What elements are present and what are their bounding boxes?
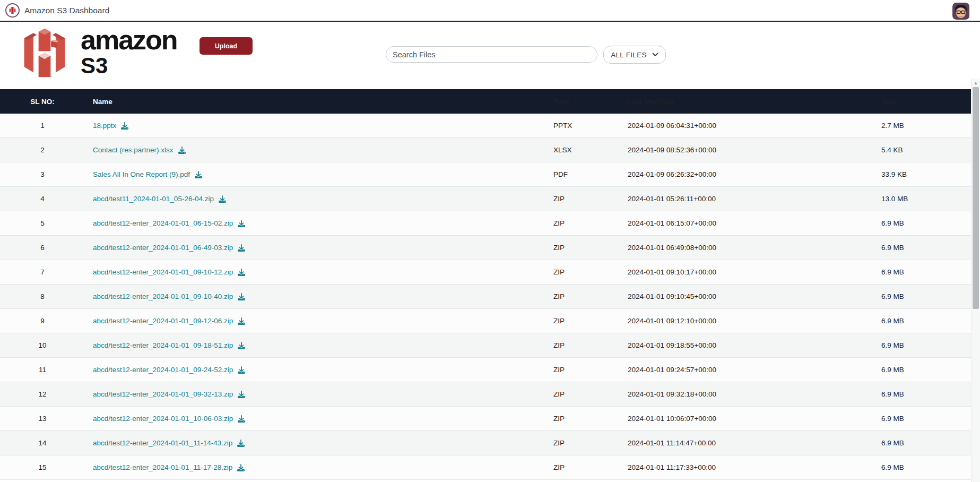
- column-header-last-modified: Last Modified: [628, 98, 881, 106]
- row-number: 7: [0, 268, 85, 276]
- last-modified: 2024-01-09 06:04:31+00:00: [628, 122, 881, 130]
- table-row: 13 abcd/test12-enter_2024-01-01_10-06-03…: [0, 407, 971, 431]
- file-name-cell: abcd/test12-enter_2024-01-01_09-32-13.zi…: [85, 390, 553, 398]
- file-size: 13.0 MB: [881, 195, 971, 203]
- row-number: 12: [0, 390, 85, 398]
- table-row: 15 abcd/test12-enter_2024-01-01_11-17-28…: [0, 455, 971, 480]
- header-section: amazon S3 Upload ALL FILES: [0, 22, 980, 89]
- row-number: 2: [0, 146, 85, 154]
- file-name-link[interactable]: abcd/test12-enter_2024-01-01_09-18-51.zi…: [93, 341, 233, 349]
- file-name-cell: abcd/test12-enter_2024-01-01_06-49-03.zi…: [85, 244, 553, 252]
- file-name-link[interactable]: abcd/test11_2024-01-01_05-26-04.zip: [93, 195, 214, 203]
- download-icon[interactable]: [219, 195, 226, 203]
- row-number: 8: [0, 292, 85, 300]
- file-type: ZIP: [553, 268, 628, 276]
- download-icon[interactable]: [238, 244, 245, 252]
- table-row: 7 abcd/test12-enter_2024-01-01_09-10-12.…: [0, 260, 971, 285]
- s3-badge-glyph: [8, 6, 16, 14]
- table-row: 5 abcd/test12-enter_2024-01-01_06-15-02.…: [0, 211, 971, 236]
- download-icon[interactable]: [238, 269, 245, 276]
- file-size: 6.9 MB: [881, 317, 971, 325]
- table-row: 10 abcd/test12-enter_2024-01-01_09-18-51…: [0, 333, 971, 358]
- file-name-link[interactable]: 18.pptx: [93, 122, 116, 130]
- s3-badge-icon: [5, 3, 20, 18]
- download-icon[interactable]: [178, 147, 186, 154]
- file-size: 5.4 KB: [881, 146, 971, 154]
- download-icon[interactable]: [238, 391, 245, 398]
- file-name-link[interactable]: abcd/test12-enter_2024-01-01_09-32-13.zi…: [93, 390, 233, 398]
- user-avatar[interactable]: [952, 3, 969, 20]
- scroll-up-arrow-icon[interactable]: ▲: [972, 80, 980, 87]
- download-icon[interactable]: [238, 342, 245, 349]
- file-type: ZIP: [553, 341, 628, 349]
- file-type: ZIP: [553, 317, 628, 325]
- file-name-cell: abcd/test11_2024-01-01_05-26-04.zip: [85, 195, 553, 203]
- file-name-link[interactable]: abcd/test12-enter_2024-01-01_06-15-02.zi…: [93, 219, 233, 227]
- files-table: SL NO: Name Type Last Modified Size 1 18…: [0, 89, 971, 480]
- file-name-link[interactable]: Sales All In One Report (9).pdf: [93, 170, 190, 178]
- last-modified: 2024-01-01 09:12:10+00:00: [628, 317, 881, 325]
- upload-button[interactable]: Upload: [200, 37, 253, 55]
- file-type: ZIP: [553, 195, 628, 203]
- download-icon[interactable]: [238, 220, 245, 227]
- download-icon[interactable]: [121, 122, 128, 130]
- download-icon[interactable]: [237, 440, 245, 447]
- file-name-link[interactable]: abcd/test12-enter_2024-01-01_11-17-28.zi…: [93, 463, 232, 471]
- table-row: 9 abcd/test12-enter_2024-01-01_09-12-06.…: [0, 309, 971, 333]
- file-name-cell: abcd/test12-enter_2024-01-01_09-12-06.zi…: [85, 317, 553, 325]
- column-header-slno: SL NO:: [0, 98, 85, 106]
- download-icon[interactable]: [238, 317, 245, 325]
- file-name-link[interactable]: abcd/test12-enter_2024-01-01_09-24-52.zi…: [93, 366, 233, 374]
- file-name-link[interactable]: abcd/test12-enter_2024-01-01_06-49-03.zi…: [93, 244, 233, 252]
- file-size: 6.9 MB: [881, 415, 971, 423]
- download-icon[interactable]: [238, 293, 245, 300]
- file-size: 6.9 MB: [881, 463, 971, 471]
- row-number: 4: [0, 195, 85, 203]
- file-type-filter-dropdown[interactable]: ALL FILES: [603, 46, 666, 64]
- search-input[interactable]: [386, 46, 597, 63]
- file-name-cell: abcd/test12-enter_2024-01-01_10-06-03.zi…: [85, 415, 553, 423]
- file-name-link[interactable]: abcd/test12-enter_2024-01-01_10-06-03.zi…: [93, 415, 233, 423]
- row-number: 10: [0, 341, 85, 349]
- download-icon[interactable]: [237, 464, 245, 471]
- file-name-link[interactable]: abcd/test12-enter_2024-01-01_11-14-43.zi…: [93, 439, 232, 447]
- file-size: 6.9 MB: [881, 341, 971, 349]
- download-icon[interactable]: [238, 366, 245, 374]
- file-name-cell: abcd/test12-enter_2024-01-01_11-17-28.zi…: [85, 463, 553, 471]
- row-number: 11: [0, 366, 85, 374]
- file-name-link[interactable]: Contact (res.partner).xlsx: [93, 146, 174, 154]
- file-type: ZIP: [553, 219, 628, 227]
- file-type: ZIP: [553, 244, 628, 252]
- file-type: ZIP: [553, 439, 628, 447]
- file-type: ZIP: [553, 390, 628, 398]
- filter-selected-value: ALL FILES: [611, 51, 646, 59]
- file-name-cell: abcd/test12-enter_2024-01-01_06-15-02.zi…: [85, 219, 553, 227]
- row-number: 5: [0, 219, 85, 227]
- table-row: 6 abcd/test12-enter_2024-01-01_06-49-03.…: [0, 236, 971, 260]
- file-size: 6.9 MB: [881, 219, 971, 227]
- row-number: 3: [0, 170, 85, 178]
- download-icon[interactable]: [195, 171, 202, 178]
- file-type: PPTX: [553, 122, 628, 130]
- table-row: 8 abcd/test12-enter_2024-01-01_09-10-40.…: [0, 285, 971, 309]
- brand-amazon-text: amazon: [81, 26, 177, 54]
- download-icon[interactable]: [238, 415, 245, 423]
- file-size: 6.9 MB: [881, 244, 971, 252]
- table-row: 11 abcd/test12-enter_2024-01-01_09-24-52…: [0, 358, 971, 382]
- last-modified: 2024-01-01 09:10:17+00:00: [628, 268, 881, 276]
- last-modified: 2024-01-01 06:49:08+00:00: [628, 244, 881, 252]
- scrollbar[interactable]: ▲: [971, 79, 980, 482]
- file-size: 33.9 KB: [881, 170, 971, 178]
- file-type: PDF: [553, 170, 628, 178]
- table-header-row: SL NO: Name Type Last Modified Size: [0, 89, 971, 114]
- table-body: 1 18.pptx PPTX 2024-01-09 06:04:31+00:00…: [0, 114, 971, 480]
- last-modified: 2024-01-01 09:10:45+00:00: [628, 292, 881, 300]
- table-row: 14 abcd/test12-enter_2024-01-01_11-14-43…: [0, 431, 971, 455]
- file-size: 6.9 MB: [881, 366, 971, 374]
- file-name-link[interactable]: abcd/test12-enter_2024-01-01_09-10-12.zi…: [93, 268, 233, 276]
- scrollbar-thumb[interactable]: [973, 87, 979, 309]
- file-name-link[interactable]: abcd/test12-enter_2024-01-01_09-10-40.zi…: [93, 292, 233, 300]
- table-row: 2 Contact (res.partner).xlsx XLSX 2024-0…: [0, 138, 971, 162]
- file-name-link[interactable]: abcd/test12-enter_2024-01-01_09-12-06.zi…: [93, 317, 233, 325]
- row-number: 6: [0, 244, 85, 252]
